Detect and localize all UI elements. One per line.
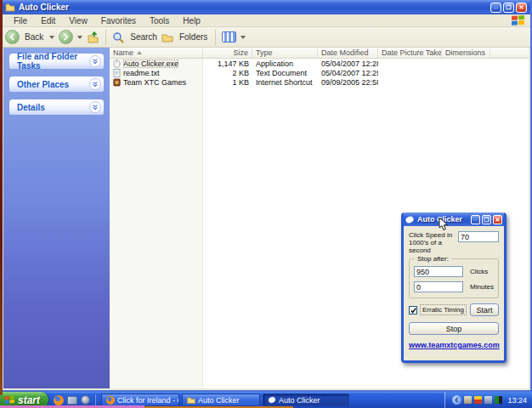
- file-name: readme.txt: [123, 69, 160, 77]
- text-document-icon: [113, 69, 121, 77]
- teamxtcgames-link[interactable]: www.teamxtcgames.com: [409, 341, 499, 349]
- toolbar-separator: [215, 30, 216, 45]
- dialog-close-button[interactable]: [493, 215, 502, 224]
- panel-expand-button[interactable]: [89, 78, 101, 90]
- quicklaunch-app-icon[interactable]: [81, 395, 90, 405]
- file-size: 1,147 KB: [203, 60, 252, 68]
- minutes-input[interactable]: [414, 281, 463, 292]
- sort-asc-icon: [137, 51, 142, 54]
- clicks-input[interactable]: [414, 266, 463, 277]
- dialog-title: Auto Clicker: [417, 215, 471, 224]
- taskbar-task-firefox[interactable]: Click for Ireland - Clic...: [101, 394, 179, 406]
- file-row[interactable]: readme.txt 2 KB Text Document 05/04/2007…: [110, 68, 529, 77]
- window-titlebar[interactable]: Auto Clicker: [2, 0, 530, 14]
- windows-logo-icon: [511, 14, 525, 27]
- auto-clicker-dialog: Auto Clicker Click Speed in 1000's of a …: [401, 212, 507, 363]
- file-row[interactable]: Auto Clicker.exe 1,147 KB Application 05…: [110, 59, 529, 68]
- views-dropdown-icon[interactable]: [241, 36, 246, 39]
- maximize-button[interactable]: [503, 3, 514, 13]
- forward-dropdown-icon[interactable]: [77, 36, 82, 39]
- tray-icon[interactable]: [474, 396, 482, 404]
- column-header-size[interactable]: Size: [203, 48, 252, 58]
- mouse-app-icon: [268, 396, 276, 404]
- back-arrow-icon: [8, 33, 16, 41]
- internet-shortcut-icon: [113, 78, 121, 87]
- tray-icon[interactable]: [495, 396, 502, 404]
- taskbar-task-auto-clicker[interactable]: Auto Clicker: [263, 394, 349, 406]
- back-button[interactable]: [5, 30, 20, 44]
- file-type: Text Document: [252, 69, 318, 77]
- column-header-type[interactable]: Type: [252, 48, 318, 58]
- views-button-icon[interactable]: [222, 31, 236, 42]
- column-header-row: Name Size Type Date Modified Date Pictur…: [110, 48, 529, 59]
- column-header-date-modified[interactable]: Date Modified: [318, 48, 378, 58]
- click-speed-label: Click Speed in 1000's of a second: [409, 231, 458, 254]
- menu-edit[interactable]: Edit: [34, 16, 62, 26]
- taskbar-separator: [95, 394, 96, 406]
- column-header-name[interactable]: Name: [110, 48, 203, 58]
- column-header-dimensions[interactable]: Dimensions: [442, 48, 490, 58]
- search-button-label[interactable]: Search: [130, 32, 157, 42]
- quicklaunch-show-desktop-icon[interactable]: [67, 396, 77, 405]
- chevron-double-down-icon: [92, 104, 99, 110]
- file-name: Team XTC Games: [123, 78, 186, 87]
- panel-expand-button[interactable]: [89, 101, 101, 113]
- dialog-maximize-button[interactable]: [482, 215, 491, 224]
- column-header-date-picture-taken[interactable]: Date Picture Taken: [378, 48, 442, 58]
- tray-icon[interactable]: [484, 396, 492, 404]
- tray-icon[interactable]: [464, 396, 472, 404]
- file-size: 2 KB: [203, 69, 252, 77]
- click-speed-input[interactable]: [458, 231, 499, 242]
- taskbar-clock[interactable]: 13:24: [507, 396, 527, 405]
- hide-tray-icons-button[interactable]: [452, 395, 461, 405]
- clicks-label: Clicks: [470, 268, 488, 275]
- close-button[interactable]: [516, 3, 527, 13]
- start-label: start: [18, 394, 40, 406]
- firefox-icon: [106, 396, 115, 405]
- minutes-label: Minutes: [470, 283, 494, 291]
- file-row[interactable]: Team XTC Games 1 KB Internet Shortcut 09…: [110, 77, 529, 87]
- file-date-modified: 09/09/2005 22:58: [318, 78, 378, 87]
- stop-button[interactable]: Stop: [409, 322, 499, 335]
- mouse-app-icon: [113, 60, 121, 68]
- task-pane-sidebar: File and Folder Tasks Other Places Detai…: [3, 48, 110, 388]
- file-type: Application: [252, 60, 318, 68]
- back-dropdown-icon[interactable]: [49, 36, 54, 39]
- folders-icon[interactable]: [161, 31, 174, 43]
- erratic-timing-checkbox[interactable]: [409, 306, 417, 314]
- forward-button[interactable]: [59, 30, 73, 44]
- video-artifact-strip: [0, 0, 3, 395]
- menu-view[interactable]: View: [62, 16, 94, 26]
- up-folder-button[interactable]: [87, 31, 99, 43]
- sidebar-panel-details[interactable]: Details: [9, 99, 104, 115]
- chevron-left-icon: [454, 397, 460, 403]
- file-size: 1 KB: [203, 78, 252, 87]
- minimize-button[interactable]: [490, 3, 501, 13]
- folder-window-icon: [5, 3, 15, 12]
- mouse-app-icon: [405, 216, 415, 224]
- stop-after-label: Stop after:: [415, 255, 451, 263]
- checkmark-icon: [410, 307, 417, 314]
- toolbar-separator: [105, 30, 106, 45]
- erratic-timing-label[interactable]: Erratic Timing: [420, 304, 467, 315]
- file-type: Internet Shortcut: [252, 78, 318, 87]
- menu-file[interactable]: File: [7, 16, 34, 26]
- back-button-label[interactable]: Back: [25, 32, 43, 42]
- stop-after-groupbox: Stop after: Clicks Minutes: [409, 258, 499, 298]
- search-icon[interactable]: [112, 31, 125, 43]
- start-button[interactable]: Start: [470, 303, 499, 316]
- menu-help[interactable]: Help: [176, 16, 207, 26]
- menu-tools[interactable]: Tools: [143, 16, 176, 26]
- file-name: Auto Clicker.exe: [123, 60, 178, 68]
- chevron-double-down-icon: [92, 58, 99, 65]
- taskbar-task-explorer[interactable]: Auto Clicker: [182, 394, 260, 406]
- panel-expand-button[interactable]: [89, 55, 101, 67]
- sidebar-panel-other-places[interactable]: Other Places: [9, 76, 104, 92]
- dialog-titlebar[interactable]: Auto Clicker: [404, 212, 504, 226]
- sidebar-panel-file-and-folder-tasks[interactable]: File and Folder Tasks: [9, 54, 104, 69]
- folders-button-label[interactable]: Folders: [179, 32, 207, 42]
- menu-favorites[interactable]: Favorites: [94, 16, 143, 26]
- file-date-modified: 05/04/2007 12:28: [318, 60, 378, 68]
- dialog-minimize-button[interactable]: [471, 215, 480, 224]
- quicklaunch-firefox-icon[interactable]: [54, 395, 64, 405]
